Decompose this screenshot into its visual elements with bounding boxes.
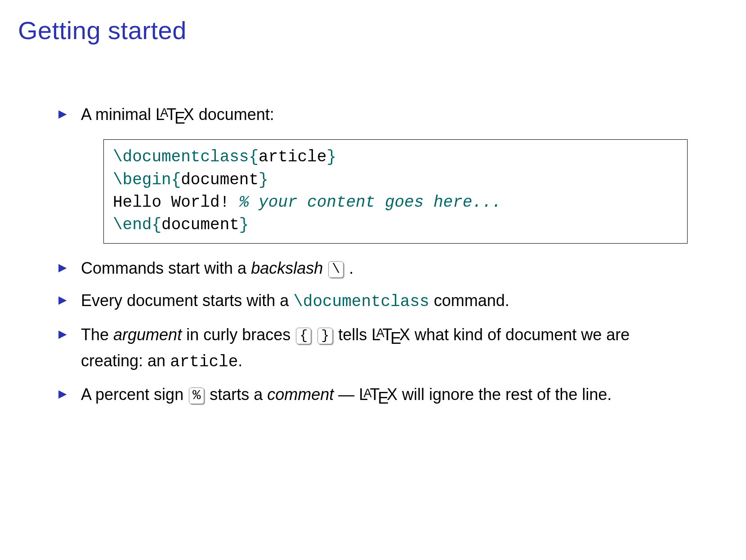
code-brace: { xyxy=(171,171,181,189)
slide: Getting started A minimal LATEX document… xyxy=(0,0,746,560)
bullet-item-3: Every document starts with a \documentcl… xyxy=(58,289,688,313)
bullet-item-5: A percent sign % starts a comment — LATE… xyxy=(58,383,688,409)
keycap-lbrace: { xyxy=(296,328,311,344)
code-cmd: \documentclass xyxy=(113,148,249,166)
code-block: \documentclass{article} \begin{document}… xyxy=(103,139,688,244)
bullet-item-1: A minimal LATEX document: \documentclass… xyxy=(58,103,688,244)
keycap-percent: % xyxy=(189,387,204,404)
text: Every document starts with a xyxy=(81,291,293,310)
code-cmd: \end xyxy=(113,216,152,234)
code-text: Hello World! xyxy=(113,193,239,212)
code-cmd: \begin xyxy=(113,171,171,189)
text: . xyxy=(238,351,242,370)
code-brace: } xyxy=(259,171,268,189)
text: — xyxy=(334,385,359,404)
text: . xyxy=(344,259,353,277)
text: A minimal xyxy=(81,105,156,124)
text: Commands start with a xyxy=(81,259,251,277)
keycap-rbrace: } xyxy=(317,328,333,344)
text: The xyxy=(81,325,113,344)
code-arg: document xyxy=(181,171,259,189)
emph-text: argument xyxy=(113,325,182,344)
text: will ignore the rest of the line. xyxy=(398,385,612,404)
latex-logo: LATEX xyxy=(156,105,194,124)
text: A percent sign xyxy=(81,385,188,404)
inline-tt: article xyxy=(170,353,238,371)
text: command. xyxy=(429,291,509,310)
emph-text: backslash xyxy=(251,259,323,277)
text: document: xyxy=(194,105,274,124)
bullet-list: A minimal LATEX document: \documentclass… xyxy=(58,103,688,410)
inline-cmd: \documentclass xyxy=(293,293,429,311)
text: tells xyxy=(334,325,371,344)
code-brace: } xyxy=(239,216,249,234)
code-brace: } xyxy=(326,148,336,166)
code-arg: article xyxy=(259,148,326,166)
bullet-item-2: Commands start with a backslash \ . xyxy=(58,257,688,280)
code-arg: document xyxy=(161,216,239,234)
code-comment: % your content goes here... xyxy=(239,193,501,212)
slide-title: Getting started xyxy=(18,16,728,45)
latex-logo: LATEX xyxy=(371,325,410,344)
text: in curly braces xyxy=(182,325,295,344)
bullet-item-4: The argument in curly braces { } tells L… xyxy=(58,324,688,374)
latex-logo: LATEX xyxy=(359,385,398,404)
code-brace: { xyxy=(152,216,161,234)
content-area: A minimal LATEX document: \documentclass… xyxy=(18,103,728,410)
emph-text: comment xyxy=(267,385,334,404)
code-brace: { xyxy=(249,148,259,166)
text: starts a xyxy=(205,385,267,404)
keycap-backslash: \ xyxy=(328,261,344,278)
